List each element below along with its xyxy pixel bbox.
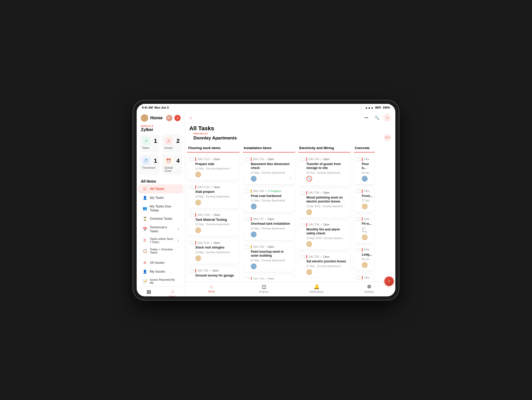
task-checkbox[interactable] bbox=[246, 157, 249, 161]
tasks-next-7-badge: 1 bbox=[178, 239, 179, 242]
tab-home[interactable]: ⌂ Home bbox=[165, 289, 181, 296]
zylker-avatar[interactable]: ZK bbox=[166, 115, 172, 121]
card-title: Monthly fire and alarm safety check bbox=[306, 228, 348, 236]
task-card-concrete-2[interactable]: DA1- Front... 27 Apr... bbox=[354, 187, 375, 212]
card-status: Open bbox=[268, 278, 274, 279]
card-status: In Progress bbox=[268, 190, 281, 193]
task-card-DA1-T60[interactable]: DA1-T60 • Open Ground survey for garage … bbox=[187, 266, 240, 279]
task-checkbox[interactable] bbox=[301, 157, 305, 161]
card-meta: 07 May · Donnley Apartments bbox=[306, 265, 348, 268]
task-card-DA1-T37[interactable]: DA1-T37 • Open Overhead tank installatio… bbox=[243, 214, 295, 240]
task-card-DA1-T34[interactable]: DA1-T34 • Open Ceramic tile check No due… bbox=[243, 274, 295, 279]
tomorrows-tasks-icon: 📅 bbox=[142, 227, 147, 232]
widget-timesheet[interactable]: ⏱ 1 Timesheet bbox=[139, 154, 160, 175]
task-checkbox[interactable] bbox=[357, 217, 360, 221]
notifications-tab-label: Notifications bbox=[309, 290, 324, 293]
card-id: DA1-T34 bbox=[253, 278, 264, 279]
expand-fab[interactable]: ⤢ bbox=[384, 277, 394, 286]
ipad-frame: 9:41 AM Mon Jun 3 ▲▲▲ WiFi 100% Home bbox=[133, 100, 399, 300]
task-checkbox[interactable] bbox=[357, 157, 360, 161]
sidebar-header-icons: ZK + bbox=[166, 115, 181, 121]
task-card-DA1-T40[interactable]: DA1-T40 • In Progress Final coat hardwoo… bbox=[243, 187, 295, 212]
tab-feed[interactable]: ▤ Feed bbox=[141, 289, 157, 296]
add-task-button[interactable]: + bbox=[383, 114, 391, 122]
portals-label: PORTALS bbox=[137, 125, 185, 127]
sidebar-item-issues-reported[interactable]: 📝 Issues Reported By Me bbox=[138, 276, 183, 286]
task-checkbox[interactable] bbox=[190, 269, 194, 273]
task-checkbox[interactable] bbox=[357, 276, 360, 279]
task-checkbox[interactable] bbox=[301, 191, 305, 195]
task-checkbox[interactable] bbox=[246, 217, 249, 221]
main-toolbar: ⤡ ••• 🔍 + bbox=[185, 111, 395, 123]
search-button[interactable]: 🔍 bbox=[373, 114, 381, 122]
task-card-DA1-T113[interactable]: DA1-T113 • Open Prepare slab 16 May · Do… bbox=[187, 155, 240, 181]
task-checkbox[interactable] bbox=[246, 245, 249, 249]
widget-issues[interactable]: ⚠ 2 Issues bbox=[162, 134, 182, 152]
task-card-DA1-T46[interactable]: DA1-T46 • Open Paint touchup work in out… bbox=[243, 242, 295, 272]
task-checkbox[interactable] bbox=[190, 185, 194, 189]
column-installation: Installation items DA1-T35 • Open bbox=[243, 144, 295, 279]
tab-projects-main[interactable]: ◫ Projects bbox=[256, 284, 272, 293]
task-card-DA1-T48[interactable]: DA1-T48 • Open Wood polishing work on el… bbox=[298, 188, 351, 218]
card-status: Open bbox=[323, 158, 330, 161]
tab-settings-main[interactable]: ⚙ Settings bbox=[361, 284, 377, 293]
issues-reported-icon: 📝 bbox=[142, 279, 147, 284]
card-id: DA1-T114 bbox=[198, 186, 210, 189]
priority-indicator bbox=[195, 213, 196, 217]
timer-icon: ⏰ bbox=[164, 157, 173, 165]
task-card-DA1-T35[interactable]: DA1-T35 • Open Basement tiles dimension … bbox=[243, 155, 295, 184]
sidebar-item-tasks-next-7[interactable]: 🗓 Tasks within Next 7 Days 1 bbox=[138, 235, 183, 246]
task-card-DA1-T118[interactable]: DA1-T118 • Open Tank Material Testing 12… bbox=[187, 210, 240, 236]
expand-collapse-icon[interactable]: ⤡ bbox=[189, 116, 192, 120]
task-card-concrete-4[interactable]: DA1- Ledg... No du... bbox=[354, 245, 375, 271]
task-card-DA1-T49[interactable]: DA1-T49 • Open Monthly fire and alarm sa… bbox=[298, 220, 351, 250]
task-card-concrete-1[interactable]: DA1- Pour b... No du... bbox=[354, 155, 375, 184]
task-checkbox[interactable] bbox=[190, 213, 194, 217]
tab-home-main[interactable]: ⌂ Home bbox=[203, 284, 219, 293]
card-title: Tank Material Testing bbox=[195, 218, 237, 222]
task-checkbox[interactable] bbox=[357, 189, 360, 193]
task-card-concrete-3[interactable]: DA1- Fit w... 25 Aug... bbox=[354, 214, 375, 243]
sidebar-item-all-issues[interactable]: ⚙ All Issues bbox=[138, 258, 183, 267]
card-meta: 27 Apr... bbox=[362, 199, 372, 202]
my-tasks-icon: 👤 bbox=[142, 195, 147, 200]
tab-notifications-main[interactable]: 🔔 Notifications bbox=[309, 284, 324, 293]
add-button[interactable]: + bbox=[174, 115, 181, 121]
sidebar-item-overdue-tasks[interactable]: ⏳ Overdue Tasks bbox=[138, 214, 183, 223]
column-flooring-cards: DA1-T113 • Open Prepare slab 16 May · Do… bbox=[187, 155, 240, 279]
card-id: DA1- bbox=[364, 248, 370, 251]
sidebar-item-tomorrows-tasks[interactable]: 📅 Tomorrow's Tasks 1 bbox=[138, 223, 183, 235]
toolbar-right: ••• 🔍 + bbox=[362, 114, 391, 122]
smiley-icon: ☺ bbox=[289, 176, 292, 180]
task-checkbox[interactable] bbox=[301, 255, 305, 258]
task-card-concrete-5[interactable]: DA1- Batt i... 02 Ma... bbox=[354, 273, 375, 279]
filter-button[interactable]: ▽+ bbox=[384, 134, 391, 141]
widget-tasks[interactable]: ✓ 1 Tasks bbox=[139, 134, 160, 152]
card-status: Open bbox=[214, 186, 220, 189]
task-checkbox[interactable] bbox=[357, 248, 360, 252]
sidebar-item-all-tasks[interactable]: ☑ All Tasks bbox=[138, 184, 183, 193]
sidebar-item-my-tasks-due-today[interactable]: 👥 My Tasks Due Today bbox=[138, 202, 183, 214]
column-electricity: Electricity and Wiring DA1-T45 • Open bbox=[298, 144, 351, 279]
more-options-button[interactable]: ••• bbox=[362, 114, 370, 122]
all-tasks-icon: ☑ bbox=[142, 187, 147, 191]
priority-indicator bbox=[251, 157, 252, 161]
timesheet-label: Timesheet bbox=[142, 166, 157, 169]
task-checkbox[interactable] bbox=[246, 189, 249, 193]
task-card-DA1-T45[interactable]: DA1-T45 • Open Transfer of goods from st… bbox=[298, 155, 351, 186]
sidebar-item-today-overdue[interactable]: 📋 Today + Overdue Tasks bbox=[138, 246, 183, 256]
task-checkbox[interactable] bbox=[246, 277, 249, 279]
widget-timer[interactable]: ⏰ 4 Global Timer bbox=[162, 154, 182, 175]
card-id: DA1-T45 bbox=[309, 158, 319, 161]
tasks-count: 1 bbox=[154, 138, 157, 144]
card-id: DA1-T35 bbox=[253, 158, 264, 161]
sidebar-item-my-tasks[interactable]: 👤 My Tasks bbox=[138, 193, 183, 202]
task-card-DA1-T63[interactable]: DA1-T63 • Open Set electric junction box… bbox=[298, 252, 351, 278]
task-checkbox[interactable] bbox=[190, 241, 194, 245]
date-display: Mon Jun 3 bbox=[154, 106, 169, 109]
task-checkbox[interactable] bbox=[301, 223, 305, 227]
task-card-DA1-T124[interactable]: DA1-T124 • Open Stock roof shingles 10 M… bbox=[187, 238, 240, 264]
task-card-DA1-T114[interactable]: DA1-T114 • Open Stab prepare 16 May · Do… bbox=[187, 182, 240, 208]
sidebar-item-my-issues[interactable]: 👤 My Issues bbox=[138, 267, 183, 276]
task-checkbox[interactable] bbox=[190, 157, 194, 161]
